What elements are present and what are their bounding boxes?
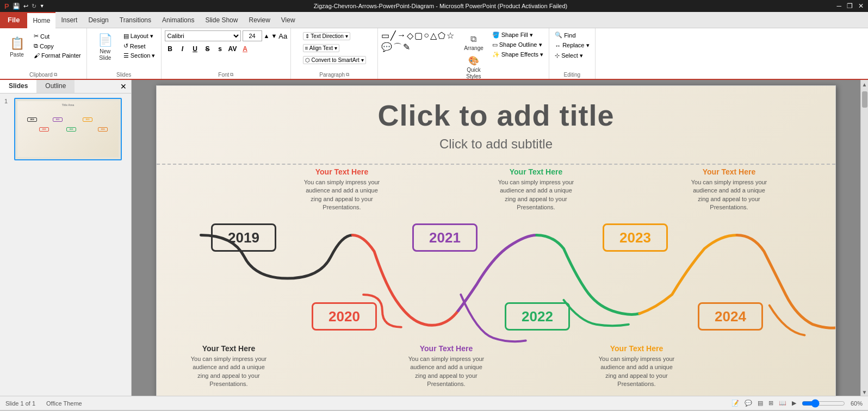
timeline-area: 2019 2020 2021 2022 2023 2024 Your Text … [157,165,835,396]
arrange-icon: ⧉ [470,34,476,44]
tab-transitions[interactable]: Transitions [114,12,157,28]
year-box-2021[interactable]: 2021 [412,223,478,252]
layout-button[interactable]: ▤ Layout ▾ [121,32,158,41]
reading-view-btn[interactable]: 📖 [779,400,786,407]
decrease-font-btn[interactable]: ▼ [271,33,277,39]
text-block-2024-top[interactable]: Your Text Here You can simply impress yo… [690,167,768,212]
font-size-input[interactable] [243,30,262,41]
circle-shape[interactable]: ○ [424,30,429,41]
quick-styles-button[interactable]: 🎨 QuickStyles [461,55,487,80]
text-block-2022-top[interactable]: Your Text Here You can simply impress yo… [497,167,575,212]
close-btn[interactable]: ✕ [858,2,864,10]
font-color-btn[interactable]: A [240,43,251,54]
cut-button[interactable]: ✂ Cut [32,32,83,41]
scroll-up-arrow[interactable]: ▲ [860,80,868,89]
italic-btn[interactable]: I [177,43,188,54]
format-painter-button[interactable]: 🖌 Format Painter [32,51,83,60]
scroll-down-arrow[interactable]: ▼ [860,388,868,397]
text-block-2019-bottom[interactable]: Your Text Here You can simply impress yo… [189,344,268,389]
year-box-2023[interactable]: 2023 [603,223,668,252]
year-box-2024[interactable]: 2024 [698,302,763,331]
new-slide-button[interactable]: 📄 NewSlide [90,30,120,64]
slide-subtitle[interactable]: Click to add subtitle [439,136,553,152]
tab-design[interactable]: Design [83,12,114,28]
slide-sorter-btn[interactable]: ⊞ [768,400,773,407]
font-expand-icon[interactable]: ⧉ [230,72,233,78]
redo-qa-btn[interactable]: ↻ [32,3,36,10]
shape-fill-btn[interactable]: 🪣 Shape Fill ▾ [490,30,545,40]
slide-canvas[interactable]: Click to add title Click to add subtitle [132,80,860,396]
freeform-shape[interactable]: ✎ [403,42,410,53]
undo-qa-btn[interactable]: ↩ [23,3,28,10]
clipboard-expand-icon[interactable]: ⧉ [54,72,57,78]
panel-tab-slides[interactable]: Slides [0,80,36,93]
tab-view[interactable]: View [276,12,301,28]
slide-title-area[interactable]: Click to add title Click to add subtitle [157,86,835,165]
copy-button[interactable]: ⧉ Copy [32,41,83,51]
curve-shape[interactable]: ⌒ [393,42,402,53]
shape-outline-btn[interactable]: ▭ Shape Outline ▾ [490,40,545,49]
tab-animations[interactable]: Animations [157,12,200,28]
clipboard-col: ✂ Cut ⧉ Copy 🖌 Format Painter [32,30,83,60]
year-box-2020[interactable]: 2020 [312,302,377,331]
font-family-select[interactable]: Calibri [165,30,241,41]
year-box-2019[interactable]: 2019 [211,223,276,252]
tab-review[interactable]: Review [243,12,275,28]
pentagon-shape[interactable]: ⬠ [438,30,445,41]
bold-btn[interactable]: B [165,43,176,54]
line-shape[interactable]: ╱ [390,30,396,41]
clear-format-btn[interactable]: Aa [278,32,287,40]
shadow-btn[interactable]: s [215,43,226,54]
text-block-2021-bottom[interactable]: Your Text Here You can simply impress yo… [407,344,486,389]
zoom-slider[interactable] [802,399,845,408]
text-block-2019-bottom-body: You can simply impress your audience and… [189,355,268,389]
tab-slideshow[interactable]: Slide Show [200,12,243,28]
save-qa-btn[interactable]: 💾 [13,3,20,10]
panel-close-btn[interactable]: ✕ [116,80,131,93]
scroll-thumb[interactable] [862,91,867,108]
maximize-btn[interactable]: ❐ [847,2,853,10]
star-shape[interactable]: ☆ [447,30,454,41]
arrange-button[interactable]: ⧉ Arrange [461,30,487,55]
section-button[interactable]: ☰ Section ▾ [121,51,158,60]
year-box-2022[interactable]: 2022 [505,302,570,331]
shape-effects-btn[interactable]: ✨ Shape Effects ▾ [490,50,545,59]
paste-button[interactable]: 📋 Paste [3,30,30,64]
strikethrough-btn[interactable]: S [202,43,213,54]
paste-label: Paste [10,52,24,58]
tab-home[interactable]: Home [27,12,55,28]
comments-btn[interactable]: 💬 [745,400,752,407]
rounded-rect-shape[interactable]: ▢ [414,30,423,41]
slide-main-title[interactable]: Click to add title [377,98,614,132]
text-block-2023-bottom[interactable]: Your Text Here You can simply impress yo… [597,344,676,389]
underline-btn[interactable]: U [190,43,201,54]
convert-smartart-btn[interactable]: ⬡ Convert to SmartArt ▾ [303,56,366,64]
align-text-btn[interactable]: ≡ Align Text ▾ [303,44,339,52]
tab-insert[interactable]: Insert [55,12,83,28]
slide-1[interactable]: Click to add title Click to add subtitle [156,85,836,396]
minimize-btn[interactable]: ─ [836,2,841,10]
slideshow-btn[interactable]: ▶ [792,400,796,407]
cut-label: Cut [40,33,49,40]
text-direction-btn[interactable]: ⇕ Text Direction ▾ [303,32,350,40]
reset-button[interactable]: ↺ Reset [121,41,158,51]
slide-preview-1[interactable]: Title Area 2019 2020 2021 2022 2023 2024 [14,98,122,160]
diamond-shape[interactable]: ◇ [407,30,413,41]
rect-shape[interactable]: ▭ [381,30,389,41]
customize-qa-btn[interactable]: ▼ [40,3,45,9]
char-spacing-btn[interactable]: AV [227,43,238,54]
notes-btn[interactable]: 📝 [731,400,739,407]
arrow-shape[interactable]: → [397,30,406,41]
increase-font-btn[interactable]: ▲ [264,33,270,39]
normal-view-btn[interactable]: ▤ [758,400,763,407]
paragraph-expand-icon[interactable]: ⧉ [346,72,349,78]
text-block-2020-top[interactable]: Your Text Here You can simply impress yo… [302,167,381,212]
callout-shape[interactable]: 💬 [381,42,392,53]
find-button[interactable]: 🔍 Find [553,30,578,40]
select-button[interactable]: ⊹ Select ▾ [553,51,585,60]
tab-file[interactable]: File [0,12,27,28]
layout-label: Layout ▾ [131,33,153,40]
triangle-shape[interactable]: △ [430,30,437,41]
replace-button[interactable]: ↔ Replace ▾ [553,41,591,50]
panel-tab-outline[interactable]: Outline [36,80,75,93]
